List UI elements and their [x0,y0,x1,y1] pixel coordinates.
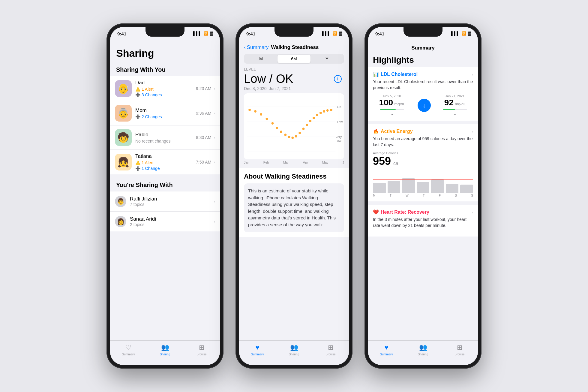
svg-point-7 [266,118,268,120]
back-button[interactable]: ‹ Summary [244,44,268,50]
battery-icon2: ▓ [339,31,342,36]
bar-label-t2: T [423,194,424,197]
sharing-with-you-header: Sharing With You [110,64,220,76]
walking-chart: OK Low Very Low [244,93,344,159]
battery-icon: ▓ [210,31,213,36]
tab-bar-summary: ♥ Summary 👥 Sharing ⊞ Browse [368,340,478,365]
calories-unit: cal [393,161,399,167]
segment-y[interactable]: Y [310,55,344,63]
calories-value: 959 [373,155,391,167]
about-text: This is an estimate of your stability wh… [244,183,344,232]
svg-point-24 [330,109,332,111]
signal-icon2: ▌▌▌ [322,31,331,36]
bar-t2 [417,182,430,193]
contact-mom[interactable]: 👵 Mom ➕ 2 Changes 9:36 AM › [110,101,220,125]
contact-pablo[interactable]: 🧒 Pablo No recent changes 8:30 AM › [110,125,220,150]
chol-after-bar [443,109,467,110]
tab-bar-walking: ♥ Summary 👥 Sharing ⊞ Browse [239,340,349,365]
svg-text:OK: OK [337,105,342,109]
segment-control: M 6M Y [244,54,344,64]
status-icons3: ▌▌▌ 🛜 ▓ [451,31,471,36]
mom-avatar: 👵 [115,105,132,122]
tab-browse2[interactable]: ⊞ Browse [312,344,349,356]
dad-changes: ➕ 3 Changes [135,92,196,97]
ldl-label-text: LDL Cholesterol [381,72,418,77]
energy-desc: You burned an average of 959 calories a … [373,136,473,148]
svg-point-15 [298,132,301,134]
summary-content: Summary Highlights 📊 LDL Cholesterol › Y… [368,42,478,237]
bar-label-w: W [406,194,408,197]
chol-after-fill [443,109,455,110]
avg-calories-label: Average Calories [373,151,473,155]
sharing-tab-label3: Sharing [418,353,428,356]
svg-point-10 [280,131,282,133]
about-title: About Walking Steadiness [244,173,344,180]
pablo-info: Pablo No recent changes [135,132,196,143]
bar-chart-labels: M T W T F S S [373,194,473,197]
svg-text:Very: Very [335,135,342,139]
page-title: Sharing [110,44,220,64]
energy-header: 🔥 Active Energy › [373,128,473,134]
tab-sharing[interactable]: 👥 Sharing [147,344,183,356]
pablo-time: 8:30 AM [196,135,211,140]
tab-sharing2[interactable]: 👥 Sharing [276,344,312,356]
sanaa-info: Sanaa Aridi 2 topics [130,216,156,227]
calories-row: 959 cal [373,155,473,167]
chol-before-dot: ● [391,113,393,116]
phone-walking-screen: 9:41 ▌▌▌ 🛜 ▓ ‹ Summary Walking Steadines… [239,27,349,365]
svg-point-4 [248,109,251,111]
bar-w [402,178,415,193]
tab-summary2[interactable]: ♥ Summary [239,344,276,356]
chol-after-unit: mg/dL [455,102,466,106]
chol-before-fill [380,109,396,110]
tab-browse3[interactable]: ⊞ Browse [441,344,478,356]
browse-tab-icon: ⊞ [199,344,204,351]
sharing-sanaa[interactable]: 👩 Sanaa Aridi 2 topics › [110,212,220,231]
mom-name: Mom [135,107,196,113]
info-button[interactable]: i [334,75,342,83]
svg-point-19 [313,117,315,119]
walking-title: Walking Steadiness [271,44,319,50]
notch2 [274,27,314,37]
youre-sharing-with-list: 👨 Raffi Jilizian 7 topics › 👩 Sanaa Arid… [110,191,220,231]
status-time: 9:41 [117,31,126,36]
status-time3: 9:41 [375,31,384,36]
sharing-with-you-list: 👴 Dad ⚠️ 1 Alert ➕ 3 Changes 9:23 AM › 👵 [110,76,220,174]
mom-time: 9:36 AM [196,111,211,116]
summary-tab-icon2: ♥ [255,344,259,351]
tab-summary[interactable]: ♡ Summary [110,344,147,356]
browse-tab-icon3: ⊞ [457,344,462,351]
sharing-scroll: Sharing Sharing With You 👴 Dad ⚠️ 1 Aler… [110,42,220,340]
back-chevron-icon: ‹ [244,44,246,50]
dad-info: Dad ⚠️ 1 Alert ➕ 3 Changes [135,80,196,97]
contact-tatiana[interactable]: 👧 Tatiana ⚠️ 1 Alert ➕ 1 Change 7:59 AM … [110,150,220,174]
wifi-icon: 🛜 [203,31,208,36]
tab-sharing3[interactable]: 👥 Sharing [405,344,441,356]
summary-tab-icon: ♡ [125,344,131,351]
pablo-chevron: › [214,135,215,140]
tatiana-avatar: 👧 [115,154,132,170]
x-apr: Apr [303,161,308,164]
contact-dad[interactable]: 👴 Dad ⚠️ 1 Alert ➕ 3 Changes 9:23 AM › [110,76,220,101]
sharing-tab-icon: 👥 [161,344,169,351]
status-time2: 9:41 [246,31,255,36]
bar-label-s1: S [455,194,457,197]
svg-point-11 [284,134,287,136]
wifi-icon2: 🛜 [332,31,337,36]
heart-desc: In the 3 minutes after your last workout… [373,217,473,228]
segment-m[interactable]: M [244,55,278,63]
heart-icon: ❤️ [373,209,379,215]
x-mar: Mar [283,161,289,164]
chol-after-dot: ● [454,113,456,116]
heart-label-text: Heart Rate: Recovery [381,210,429,215]
dad-chevron: › [214,86,215,91]
bar-t1 [388,181,400,193]
mom-changes: ➕ 2 Changes [135,114,196,119]
tab-summary3[interactable]: ♥ Summary [368,344,405,356]
tatiana-info: Tatiana ⚠️ 1 Alert ➕ 1 Change [135,153,196,171]
segment-6m[interactable]: 6M [278,55,310,63]
svg-text:Low: Low [337,120,343,124]
sharing-tab-label2: Sharing [289,353,299,356]
tab-browse[interactable]: ⊞ Browse [183,344,220,356]
sharing-raffi[interactable]: 👨 Raffi Jilizian 7 topics › [110,191,220,212]
